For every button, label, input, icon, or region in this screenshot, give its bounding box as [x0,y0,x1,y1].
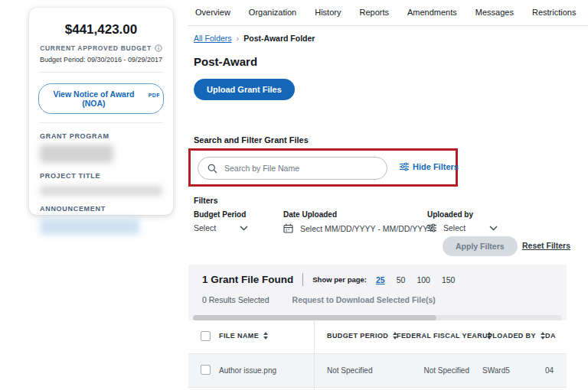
announcement-value-redacted [40,218,139,235]
tab-overview[interactable]: Overview [195,0,230,27]
tab-reports[interactable]: Reports [359,0,389,27]
hide-filters-toggle[interactable]: Hide Filters [400,162,459,171]
breadcrumb-current-folder: Post-Award Folder [243,34,315,43]
budget-period-text: Budget Period: 09/30/2016 - 09/29/2017 [29,56,173,63]
tab-history[interactable]: History [315,0,341,27]
date-uploaded-value: Select MM/DD/YYYY - MM/DD/YYYY [300,224,433,233]
page-size-150[interactable]: 150 [442,275,456,284]
approved-budget-label-row: CURRENT APPROVED BUDGET [29,44,173,52]
download-selected-link[interactable]: Request to Download Selected File(s) [292,295,436,304]
grant-files-table: FILE NAME BUDGET PERIOD FEDERAL FISCAL Y… [188,320,567,390]
header-date-uploaded-clipped[interactable]: DA [545,332,556,340]
filter-sliders-icon [427,223,436,232]
chevron-down-icon [489,226,498,231]
uploaded-by-select[interactable]: Select [427,223,498,232]
approved-budget-amount: $441,423.00 [35,22,167,37]
budget-period-select-value: Select [194,223,216,232]
search-section-heading: Search and Filter Grant Files [194,135,309,145]
cell-uploaded-by: SWard5 [482,366,510,375]
breadcrumb: All Folders › Post-Award Folder [194,34,315,43]
show-per-page-label: Show per page: [312,275,367,284]
page-size-25[interactable]: 25 [376,275,385,284]
view-noa-label: View Notice of Award (NOA) [42,89,145,108]
grant-program-label: GRANT PROGRAM [40,132,162,140]
results-panel: 1 Grant File Found Show per page: 25 50 … [188,265,567,390]
breadcrumb-all-folders-link[interactable]: All Folders [194,34,232,43]
date-uploaded-filter-label: Date Uploaded [283,210,337,219]
scrollbar-thumb[interactable] [193,315,436,320]
row-checkbox[interactable] [201,365,211,375]
uploaded-by-filter-label: Uploaded by [427,210,473,219]
section-tabbar: Overview Organization History Reports Am… [188,0,588,26]
tab-amendments[interactable]: Amendments [407,0,457,27]
announcement-label: ANNOUNCEMENT [40,205,162,213]
sticky-column-divider [314,320,315,390]
search-input[interactable] [224,164,377,173]
header-file-name[interactable]: FILE NAME [219,332,268,340]
info-icon[interactable] [155,44,162,52]
sort-icon[interactable] [541,332,545,340]
results-count: 1 Grant File Found [202,274,293,285]
reset-filters-link[interactable]: Reset Filters [522,241,570,250]
page-title: Post-Award [194,55,257,68]
table-horizontal-scrollbar[interactable] [193,315,562,320]
calendar-icon [283,223,293,233]
view-noa-button[interactable]: View Notice of Award (NOA) PDF [38,83,164,114]
breadcrumb-separator: › [237,34,240,43]
project-title-label: PROJECT TITLE [40,172,162,180]
grant-program-value-redacted [40,145,113,163]
cell-date-uploaded-clipped: 04 [545,366,554,375]
search-icon [207,164,217,174]
page-size-50[interactable]: 50 [397,275,406,284]
apply-filters-button[interactable]: Apply Filters [443,236,518,256]
chevron-down-icon [240,226,248,231]
filter-sliders-icon [400,162,409,171]
budget-period-filter-label: Budget Period [194,210,246,219]
date-uploaded-picker[interactable]: Select MM/DD/YYYY - MM/DD/YYYY [283,223,433,233]
card-divider [39,122,163,123]
results-selected-count: 0 Results Selected [202,295,270,304]
header-uploaded-by[interactable]: UPLOADED BY [482,332,545,340]
uploaded-by-select-value: Select [443,223,466,232]
table-row[interactable]: Author issue.png Not Specified Not Speci… [188,354,567,388]
header-federal-fiscal-year[interactable]: FEDERAL FISCAL YEAR [397,332,492,340]
cell-federal-fiscal-year: Not Specified [397,366,469,375]
page-size-100[interactable]: 100 [416,275,430,284]
cell-file-name: Author issue.png [219,366,276,375]
project-title-value-redacted [40,186,162,196]
file-search-field[interactable] [198,157,387,180]
tab-restrictions[interactable]: Restrictions [532,0,576,27]
sort-icon[interactable] [263,332,268,340]
header-budget-period[interactable]: BUDGET PERIOD [327,332,397,340]
budget-summary-card: $441,423.00 CURRENT APPROVED BUDGET Budg… [29,8,173,215]
table-header-row: FILE NAME BUDGET PERIOD FEDERAL FISCAL Y… [188,320,567,354]
vertical-divider [302,273,303,286]
upload-grant-files-button[interactable]: Upload Grant Files [194,79,295,100]
hide-filters-label: Hide Filters [413,162,459,171]
card-divider [39,72,163,73]
grant-files-page: $441,423.00 CURRENT APPROVED BUDGET Budg… [0,0,588,390]
tab-organization[interactable]: Organization [249,0,296,27]
cell-budget-period: Not Specified [327,366,372,375]
selection-row: 0 Results Selected Request to Download S… [202,295,436,304]
budget-period-select[interactable]: Select [194,223,248,232]
results-summary-row: 1 Grant File Found Show per page: 25 50 … [202,273,455,286]
noa-pdf-suffix: PDF [149,93,160,98]
approved-budget-label: CURRENT APPROVED BUDGET [40,44,152,52]
select-all-checkbox[interactable] [201,331,211,341]
tab-messages[interactable]: Messages [475,0,514,27]
filters-heading: Filters [194,196,218,205]
page-size-options: 25 50 100 150 [376,275,455,284]
